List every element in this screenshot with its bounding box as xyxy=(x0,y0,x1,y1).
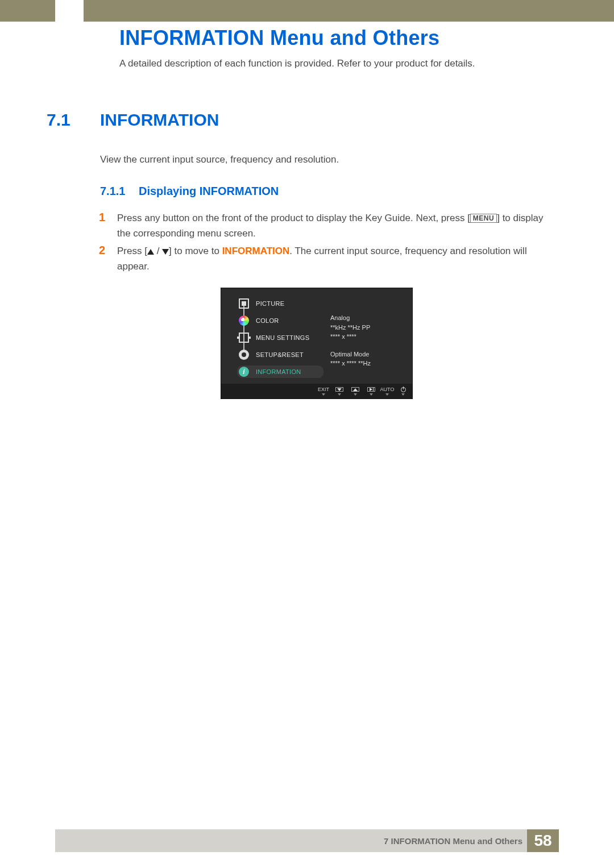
caret-down-icon xyxy=(322,393,325,396)
osd-label-color: COLOR xyxy=(256,317,279,324)
step-1-number: 1 xyxy=(99,211,105,224)
osd-label-picture: PICTURE xyxy=(256,300,284,307)
osd-item-color: COLOR xyxy=(227,312,323,329)
osd-auto-button: AUTO xyxy=(383,387,392,396)
triangle-up-icon xyxy=(353,388,358,391)
picture-icon xyxy=(239,298,249,309)
menu-key-icon: MENU xyxy=(470,214,497,223)
osd-exit-button: EXIT xyxy=(319,387,328,396)
color-icon xyxy=(239,315,249,326)
chapter-title: INFORMATION Menu and Others xyxy=(119,26,439,50)
osd-item-menu-settings: MENU SETTINGS xyxy=(227,329,323,346)
chapter-description: A detailed description of each function … xyxy=(119,58,475,69)
play-icon xyxy=(370,388,372,391)
osd-label-setup-reset: SETUP&RESET xyxy=(256,351,304,358)
triangle-down-icon xyxy=(337,388,342,391)
information-icon xyxy=(239,367,249,377)
caret-down-icon xyxy=(338,393,341,396)
osd-info-block-2: Optimal Mode **** x **** **Hz xyxy=(330,350,404,368)
osd-item-picture: PICTURE xyxy=(227,295,323,312)
osd-info-block-1: Analog **kHz **Hz PP **** x **** xyxy=(330,313,404,342)
osd-item-information: INFORMATION xyxy=(237,366,323,378)
osd-screenshot: PICTURE COLOR MENU SETTINGS SETUP&RESET … xyxy=(221,288,413,399)
osd-up-button xyxy=(351,387,360,396)
step-1: 1 Press any button on the front of the p… xyxy=(99,210,554,241)
osd-info-line-2: **kHz **Hz PP xyxy=(330,323,404,333)
caret-down-icon xyxy=(370,393,373,396)
osd-button-bar: EXIT AUTO xyxy=(221,384,412,398)
osd-info-line-1: Analog xyxy=(330,313,404,323)
step-2-text: Press [ / ] to move to INFORMATION. The … xyxy=(117,243,554,274)
osd-info-panel: Analog **kHz **Hz PP **** x **** Optimal… xyxy=(330,313,404,376)
top-bar xyxy=(0,0,614,22)
caret-down-icon xyxy=(354,393,357,396)
osd-item-setup-reset: SETUP&RESET xyxy=(227,346,323,363)
osd-down-button xyxy=(335,387,344,396)
page-number: 58 xyxy=(527,829,559,852)
top-bar-tab xyxy=(55,0,84,22)
menu-settings-icon xyxy=(239,333,249,343)
osd-info-line-3: **** x **** xyxy=(330,332,404,342)
step-2-information: INFORMATION xyxy=(222,246,290,256)
step-2-number: 2 xyxy=(99,244,105,257)
setup-reset-icon xyxy=(239,350,249,360)
caret-down-icon xyxy=(401,393,405,396)
step-1-text-a: Press any button on the front of the pro… xyxy=(117,213,470,223)
osd-label-menu-settings: MENU SETTINGS xyxy=(256,334,309,341)
footer: 7 INFORMATION Menu and Others 58 xyxy=(55,829,559,852)
triangle-down-icon xyxy=(162,249,169,255)
step-2-text-b: ] to move to xyxy=(169,246,222,256)
section-description: View the current input source, frequency… xyxy=(100,154,339,165)
page: INFORMATION Menu and Others A detailed d… xyxy=(0,0,614,868)
subsection-number: 7.1.1 xyxy=(100,185,125,198)
auto-label: AUTO xyxy=(383,387,392,392)
step-2-slash: / xyxy=(154,246,162,256)
osd-info-optimal-1: Optimal Mode xyxy=(330,350,404,359)
step-1-text: Press any button on the front of the pro… xyxy=(117,210,554,241)
exit-label: EXIT xyxy=(319,387,328,392)
osd-info-optimal-2: **** x **** **Hz xyxy=(330,359,404,368)
step-2-text-a: Press [ xyxy=(117,246,147,256)
caret-down-icon xyxy=(385,393,389,396)
subsection-title: Displaying INFORMATION xyxy=(139,185,279,198)
osd-power-button xyxy=(399,387,408,396)
section-number: 7.1 xyxy=(47,110,70,130)
power-icon xyxy=(401,387,406,392)
section-title: INFORMATION xyxy=(100,110,219,130)
osd-label-information: INFORMATION xyxy=(256,368,301,375)
osd-menu-list: PICTURE COLOR MENU SETTINGS SETUP&RESET … xyxy=(227,295,323,378)
step-2: 2 Press [ / ] to move to INFORMATION. Th… xyxy=(99,243,554,274)
footer-text: 7 INFORMATION Menu and Others xyxy=(384,836,522,846)
triangle-up-icon xyxy=(147,249,154,255)
osd-play-button xyxy=(367,387,376,396)
